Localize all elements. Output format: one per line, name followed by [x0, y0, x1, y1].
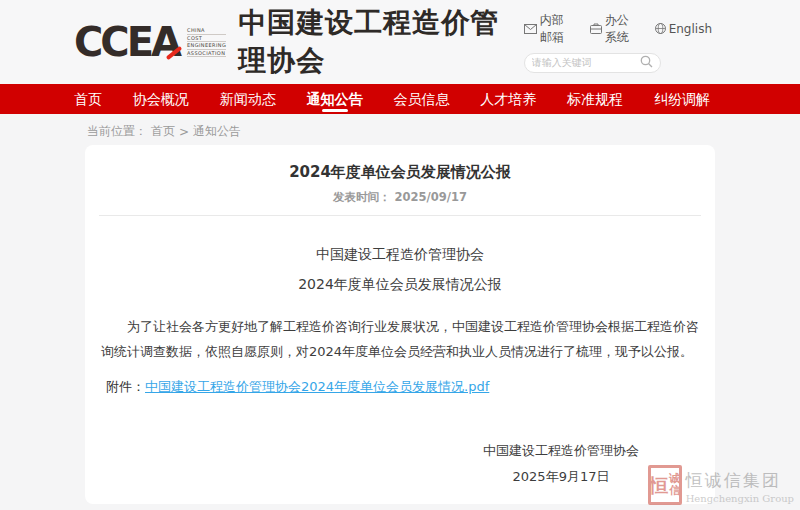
- nav-item-standards[interactable]: 标准规程: [567, 84, 623, 114]
- document-paragraph: 为了让社会各方更好地了解工程造价咨询行业发展状况，中国建设工程造价管理协会根据工…: [99, 314, 701, 364]
- nav-item-mediation[interactable]: 纠纷调解: [654, 84, 710, 114]
- main-nav: 首页 协会概况 新闻动态 通知公告 会员信息 人才培养 标准规程 纠纷调解: [0, 84, 800, 114]
- publish-date: 发表时间： 2025/09/17: [99, 190, 701, 205]
- mail-icon: [524, 24, 537, 34]
- signature-org: 中国建设工程造价管理协会: [451, 438, 671, 464]
- english-link-label: English: [669, 22, 712, 36]
- logo-subtitle-line: CHINA: [187, 27, 226, 35]
- site-logo[interactable]: CCEA CHINA COST ENGINEERING ASSOCIATION …: [74, 4, 524, 80]
- breadcrumb-prefix: 当前位置：: [87, 123, 147, 140]
- logo-subtitle-line: ENGINEERING: [187, 42, 226, 50]
- publish-date-value: 2025/09/17: [395, 190, 467, 204]
- breadcrumb-separator: >: [179, 125, 189, 139]
- office-system-link[interactable]: 办公系统: [590, 12, 640, 46]
- signature-block: 中国建设工程造价管理协会 2025年9月17日: [451, 438, 671, 490]
- watermark-name-en: Hengchengxin Group: [686, 493, 794, 504]
- breadcrumb-current: 通知公告: [193, 123, 241, 140]
- nav-item-training[interactable]: 人才培养: [480, 84, 536, 114]
- nav-item-members[interactable]: 会员信息: [393, 84, 449, 114]
- header-right: 内部邮箱 办公系统 English: [524, 12, 712, 73]
- breadcrumb: 当前位置： 首页 > 通知公告: [85, 114, 715, 140]
- search-box[interactable]: [524, 53, 661, 73]
- search-input[interactable]: [532, 57, 640, 68]
- org-name: 中国建设工程造价管理协会: [238, 4, 524, 80]
- breadcrumb-home-link[interactable]: 首页: [151, 123, 175, 140]
- briefcase-icon: [590, 23, 602, 34]
- site-header: CCEA CHINA COST ENGINEERING ASSOCIATION …: [0, 0, 800, 84]
- search-icon[interactable]: [640, 53, 653, 72]
- article-title: 2024年度单位会员发展情况公报: [99, 163, 701, 182]
- logo-subtitle-line: ASSOCIATION: [187, 50, 226, 58]
- nav-item-home[interactable]: 首页: [74, 84, 102, 114]
- article-card: 2024年度单位会员发展情况公报 发表时间： 2025/09/17 中国建设工程…: [85, 145, 715, 504]
- logo-subtitle-line: COST: [187, 35, 226, 43]
- title-divider: [99, 215, 701, 216]
- office-system-label: 办公系统: [605, 12, 640, 46]
- document-title-heading: 2024年度单位会员发展情况公报: [99, 276, 701, 294]
- english-link[interactable]: English: [655, 22, 712, 36]
- mail-link-label: 内部邮箱: [540, 12, 575, 46]
- nav-item-news[interactable]: 新闻动态: [220, 84, 276, 114]
- seal-char: 信: [669, 485, 680, 497]
- globe-icon: [655, 23, 666, 34]
- document-org-heading: 中国建设工程造价管理协会: [99, 246, 701, 264]
- logo-subtitle: CHINA COST ENGINEERING ASSOCIATION: [187, 27, 226, 57]
- attachment-pdf-link[interactable]: 中国建设工程造价管理协会2024年度单位会员发展情况.pdf: [145, 379, 489, 394]
- attachment-label: 附件：: [106, 379, 145, 394]
- signature-date: 2025年9月17日: [451, 464, 671, 490]
- mail-link[interactable]: 内部邮箱: [524, 12, 575, 46]
- hengchengxin-seal-icon: 恒 诚 信: [648, 465, 682, 505]
- nav-item-notices[interactable]: 通知公告: [307, 84, 363, 114]
- seal-char: 恒: [649, 476, 668, 495]
- watermark-name-cn: 恒诚信集团: [686, 469, 794, 492]
- hengchengxin-watermark: 恒 诚 信 恒诚信集团 Hengchengxin Group: [648, 465, 794, 505]
- quick-links: 内部邮箱 办公系统 English: [524, 12, 712, 46]
- logo-acronym: CCEA: [74, 22, 179, 62]
- watermark-text: 恒诚信集团 Hengchengxin Group: [686, 465, 794, 504]
- attachment-row: 附件：中国建设工程造价管理协会2024年度单位会员发展情况.pdf: [99, 378, 701, 396]
- publish-date-label: 发表时间：: [333, 190, 391, 204]
- nav-item-about[interactable]: 协会概况: [133, 84, 189, 114]
